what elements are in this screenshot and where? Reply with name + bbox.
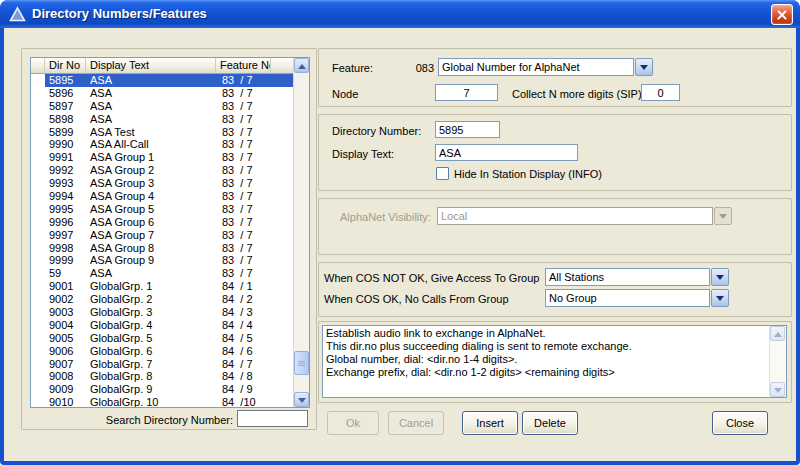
list-cell: 9001	[45, 280, 86, 293]
list-row[interactable]: 59ASA83 / 7	[31, 267, 293, 280]
ok-button[interactable]: Ok	[327, 411, 379, 435]
list-cell	[31, 190, 45, 203]
list-row[interactable]: 5896ASA83 / 7	[31, 87, 293, 100]
description-box[interactable]: Establish audio link to exchange in Alph…	[322, 325, 787, 398]
scrollbar-thumb[interactable]	[294, 351, 309, 375]
description-scrollbar[interactable]	[769, 326, 786, 397]
search-input[interactable]	[237, 410, 308, 427]
list-header: Dir No Display Text Feature No	[31, 58, 293, 74]
list-cell: 83 / 7	[216, 126, 293, 139]
list-cell	[31, 383, 45, 396]
hide-in-station-checkbox[interactable]	[436, 167, 449, 180]
list-cell	[31, 113, 45, 126]
scroll-down-icon[interactable]	[770, 382, 785, 397]
node-label: Node	[332, 88, 358, 100]
collect-digits-input[interactable]	[641, 84, 680, 101]
list-cell: 59	[45, 267, 86, 280]
list-row[interactable]: 9004GlobalGrp. 484 / 4	[31, 319, 293, 332]
list-cell: 5896	[45, 87, 86, 100]
dialog-window: Directory Numbers/Features Dir No Displa…	[0, 0, 800, 465]
list-row[interactable]: 9007GlobalGrp. 784 / 7	[31, 358, 293, 371]
feature-value[interactable]: Global Number for AlphaNet	[438, 58, 634, 76]
list-cell: 84 /10	[216, 396, 293, 407]
list-cell	[31, 87, 45, 100]
list-cell: ASA Group 3	[86, 177, 216, 190]
display-text-input[interactable]	[435, 144, 578, 161]
list-cell: 83 / 7	[216, 267, 293, 280]
cos-not-ok-value[interactable]: All Stations	[545, 268, 710, 286]
list-row[interactable]: 9010GlobalGrp. 1084 /10	[31, 396, 293, 407]
list-row[interactable]: 9995ASA Group 583 / 7	[31, 203, 293, 216]
list-cell: 83 / 7	[216, 242, 293, 255]
list-row[interactable]: 9994ASA Group 483 / 7	[31, 190, 293, 203]
list-row[interactable]: 9997ASA Group 783 / 7	[31, 229, 293, 242]
list-row[interactable]: 9990ASA All-Call83 / 7	[31, 138, 293, 151]
alphanet-visibility-value[interactable]: Local	[437, 207, 713, 225]
cancel-button[interactable]: Cancel	[388, 411, 444, 435]
dropdown-arrow-icon[interactable]	[635, 58, 653, 76]
dropdown-arrow-icon[interactable]	[711, 268, 729, 286]
delete-button[interactable]: Delete	[522, 411, 578, 435]
list-cell: 83 / 7	[216, 113, 293, 126]
scroll-up-icon[interactable]	[770, 326, 785, 341]
list-cell	[31, 370, 45, 383]
list-row[interactable]: 9005GlobalGrp. 584 / 5	[31, 332, 293, 345]
header-dir-no[interactable]: Dir No	[45, 58, 86, 74]
title-bar[interactable]: Directory Numbers/Features	[0, 0, 800, 28]
list-row[interactable]: 9009GlobalGrp. 984 / 9	[31, 383, 293, 396]
alphanet-visibility-label: AlphaNet Visibility:	[340, 211, 431, 223]
list-cell: 84 / 1	[216, 280, 293, 293]
list-cell	[31, 151, 45, 164]
list-cell: ASA Test	[86, 126, 216, 139]
list-cell: GlobalGrp. 9	[86, 383, 216, 396]
list-row[interactable]: 9996ASA Group 683 / 7	[31, 216, 293, 229]
list-cell: 83 / 7	[216, 229, 293, 242]
list-row[interactable]: 9001GlobalGrp. 184 / 1	[31, 280, 293, 293]
directory-list[interactable]: Dir No Display Text Feature No 5895ASA83…	[30, 57, 310, 408]
list-row[interactable]: 9991ASA Group 183 / 7	[31, 151, 293, 164]
list-scrollbar[interactable]	[293, 58, 309, 407]
list-cell	[31, 358, 45, 371]
list-cell: 9005	[45, 332, 86, 345]
scroll-up-icon[interactable]	[294, 58, 309, 73]
list-row[interactable]: 9003GlobalGrp. 384 / 3	[31, 306, 293, 319]
list-row[interactable]: 9999ASA Group 983 / 7	[31, 254, 293, 267]
list-cell: 9990	[45, 138, 86, 151]
node-input[interactable]	[435, 84, 498, 101]
list-row[interactable]: 5897ASA83 / 7	[31, 100, 293, 113]
directory-number-label: Directory Number:	[332, 125, 421, 137]
cos-ok-combobox[interactable]: No Group	[545, 289, 729, 307]
list-cell	[31, 164, 45, 177]
header-feature-no[interactable]: Feature No	[216, 58, 271, 74]
list-row[interactable]: 9006GlobalGrp. 684 / 6	[31, 345, 293, 358]
feature-combobox[interactable]: Global Number for AlphaNet	[438, 58, 653, 76]
list-cell: ASA	[86, 267, 216, 280]
list-row[interactable]: 9993ASA Group 383 / 7	[31, 177, 293, 190]
list-cell: 83 / 7	[216, 100, 293, 113]
list-row[interactable]: 9998ASA Group 883 / 7	[31, 242, 293, 255]
list-row[interactable]: 9992ASA Group 283 / 7	[31, 164, 293, 177]
list-cell: 84 / 6	[216, 345, 293, 358]
list-cell	[31, 100, 45, 113]
dropdown-arrow-icon[interactable]	[714, 207, 732, 225]
list-row[interactable]: 5899ASA Test83 / 7	[31, 126, 293, 139]
cos-ok-value[interactable]: No Group	[545, 289, 710, 307]
directory-number-input[interactable]	[435, 121, 500, 138]
cos-not-ok-combobox[interactable]: All Stations	[545, 268, 729, 286]
list-row[interactable]: 9008GlobalGrp. 884 / 8	[31, 370, 293, 383]
list-row[interactable]: 9002GlobalGrp. 284 / 2	[31, 293, 293, 306]
header-blank[interactable]	[31, 58, 45, 74]
insert-button[interactable]: Insert	[462, 411, 518, 435]
alphanet-visibility-combobox[interactable]: Local	[437, 207, 732, 225]
search-label: Search Directory Number:	[21, 414, 233, 426]
scroll-down-icon[interactable]	[294, 392, 309, 407]
close-icon[interactable]	[771, 4, 793, 25]
header-display-text[interactable]: Display Text	[86, 58, 216, 74]
dropdown-arrow-icon[interactable]	[711, 289, 729, 307]
close-button[interactable]: Close	[712, 411, 768, 435]
list-row[interactable]: 5898ASA83 / 7	[31, 113, 293, 126]
list-cell: ASA	[86, 74, 216, 87]
list-cell: GlobalGrp. 4	[86, 319, 216, 332]
list-cell: ASA	[86, 113, 216, 126]
list-row[interactable]: 5895ASA83 / 7	[31, 74, 293, 87]
